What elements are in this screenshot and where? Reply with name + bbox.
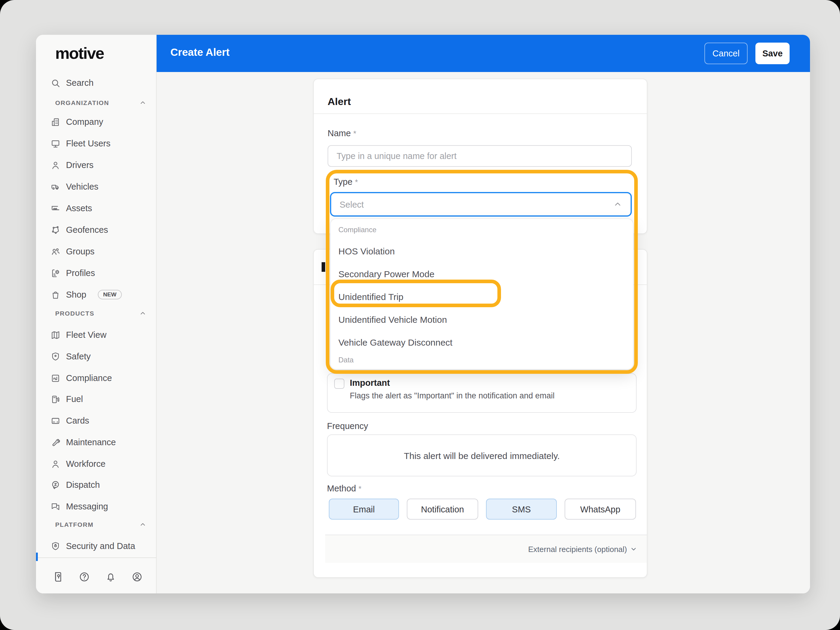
person-icon (51, 459, 61, 469)
required-asterisk: * (355, 178, 358, 186)
truck-icon (51, 182, 61, 192)
obscured-card-title-fragment (322, 262, 325, 272)
section-header-label: ORGANIZATION (55, 99, 109, 106)
sidebar-item-shop[interactable]: Shop NEW (51, 286, 152, 303)
chevron-down-icon (630, 545, 637, 553)
fuel-pump-icon (51, 394, 61, 404)
method-button-sms[interactable]: SMS (486, 499, 557, 519)
sidebar-section-products[interactable]: PRODUCTS (55, 307, 147, 319)
sidebar-item-label: Geofences (66, 225, 108, 235)
sidebar-item-profiles[interactable]: Profiles (51, 265, 152, 281)
important-description: Flags the alert as "Important" in the no… (350, 391, 555, 400)
sidebar-item-label: Fleet View (66, 330, 106, 339)
dropdown-option-secondary-power-mode[interactable]: Secondary Power Mode (331, 266, 633, 283)
chat-bubbles-icon (51, 501, 61, 512)
page-title: Create Alert (171, 46, 229, 59)
sidebar-item-label: Dispatch (66, 480, 100, 489)
sidebar-item-drivers[interactable]: Drivers (51, 156, 152, 174)
frequency-label: Frequency (327, 421, 368, 431)
sidebar-section-platform[interactable]: PLATFORM (55, 518, 147, 531)
type-label-text: Type (333, 177, 352, 186)
sidebar-item-groups[interactable]: Groups (51, 243, 152, 260)
geofence-icon (51, 225, 61, 235)
required-asterisk: * (358, 484, 362, 493)
logbook-icon (51, 373, 61, 383)
sidebar-item-dispatch[interactable]: Dispatch (51, 477, 152, 493)
notifications-footer-button[interactable] (103, 569, 118, 584)
sidebar-item-assets[interactable]: Assets (51, 200, 152, 216)
sidebar-item-fleet-view[interactable]: Fleet View (51, 327, 152, 343)
building-icon (51, 117, 61, 127)
sidebar-item-fleet-users[interactable]: Fleet Users (51, 135, 152, 152)
dropdown-option-vehicle-gateway-disconnect[interactable]: Vehicle Gateway Disconnect (331, 334, 633, 351)
sidebar-item-fuel[interactable]: Fuel (51, 391, 152, 407)
sidebar-item-vehicles[interactable]: Vehicles (51, 178, 152, 195)
new-badge: NEW (98, 290, 122, 299)
sidebar-item-label: Company (66, 117, 103, 126)
dropdown-option-unidentified-trip[interactable]: Unidentified Trip (331, 289, 633, 305)
dropdown-option-unidentified-vehicle-motion[interactable]: Unidentified Vehicle Motion (331, 311, 633, 328)
select-placeholder: Select (339, 199, 364, 209)
sidebar-item-label: Profiles (66, 268, 95, 278)
bell-icon (105, 571, 116, 582)
external-recipients-toggle[interactable]: External recipients (optional) (528, 545, 627, 554)
sidebar-item-label: Drivers (66, 160, 93, 170)
sidebar-item-compliance[interactable]: Compliance (51, 369, 152, 387)
account-footer-button[interactable] (129, 569, 144, 584)
sidebar-section-organization[interactable]: ORGANIZATION (55, 96, 147, 109)
sidebar-item-label: Groups (66, 246, 95, 256)
sidebar-item-label: Maintenance (66, 437, 116, 447)
motive-logo: motive (55, 44, 104, 63)
dropdown-group-compliance: Compliance (338, 226, 376, 234)
sidebar-item-cards[interactable]: Cards (51, 412, 152, 429)
help-footer-button[interactable] (77, 569, 91, 584)
help-circle-icon (78, 571, 90, 582)
sidebar-footer-divider (36, 557, 156, 558)
sidebar-item-label: Fuel (66, 394, 83, 404)
fleet-map-footer-button[interactable] (51, 569, 65, 584)
important-checkbox[interactable] (334, 379, 344, 389)
dropdown-option-hos-violation[interactable]: HOS Violation (331, 243, 633, 260)
map-icon (51, 330, 61, 340)
method-button-email[interactable]: Email (329, 499, 399, 519)
method-button-whatsapp[interactable]: WhatsApp (565, 499, 636, 519)
sidebar-item-geofences[interactable]: Geofences (51, 221, 152, 238)
sidebar-item-security-and-data[interactable]: Security and Data (51, 538, 152, 554)
method-label: Method* (327, 483, 362, 493)
sidebar-item-label: Search (66, 78, 93, 88)
important-label: Important (350, 378, 390, 388)
sidebar-item-maintenance[interactable]: Maintenance (51, 434, 152, 451)
shield-lock-icon (51, 541, 61, 551)
chevron-up-icon (139, 521, 147, 528)
dropdown-group-data: Data (338, 356, 354, 364)
sidebar-item-search[interactable]: Search (51, 74, 152, 91)
map-pin-book-icon (52, 571, 63, 582)
cancel-button[interactable]: Cancel (704, 43, 748, 64)
frequency-box: This alert will be delivered immediately… (327, 434, 636, 477)
wrench-icon (51, 437, 61, 447)
search-icon (51, 78, 61, 88)
type-label: Type* (333, 177, 358, 186)
people-icon (51, 246, 61, 256)
save-button[interactable]: Save (755, 43, 789, 64)
chevron-up-icon (139, 309, 147, 317)
credit-card-icon (51, 415, 61, 426)
chevron-up-icon (613, 200, 622, 209)
monitor-icon (51, 138, 61, 148)
dispatch-pin-icon (51, 480, 61, 490)
sidebar-item-safety[interactable]: Safety (51, 348, 152, 365)
sidebar-item-label: Assets (66, 204, 92, 213)
sidebar-item-label: Safety (66, 352, 91, 361)
document-gear-icon (51, 268, 61, 278)
method-button-notification[interactable]: Notification (407, 499, 478, 519)
sidebar-item-workforce[interactable]: Workforce (51, 455, 152, 472)
name-input[interactable] (328, 145, 632, 167)
type-select[interactable]: Select (330, 192, 632, 216)
sidebar-item-messaging[interactable]: Messaging (51, 498, 152, 515)
external-recipients-section: External recipients (optional) (325, 535, 647, 563)
shield-icon (51, 351, 61, 362)
sidebar-scroll-indicator[interactable] (36, 553, 38, 561)
section-header-label: PRODUCTS (55, 309, 95, 317)
sidebar-item-label: Shop (66, 290, 87, 299)
sidebar-item-company[interactable]: Company (51, 114, 152, 130)
